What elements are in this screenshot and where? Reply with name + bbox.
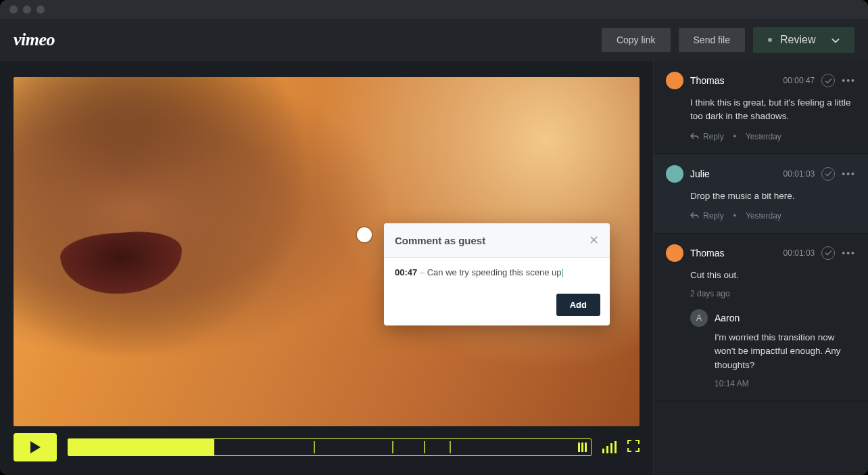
comments-sidebar: Thomas 00:00:47 ••• I think this is grea… (653, 61, 868, 475)
popup-title: Comment as guest (395, 235, 589, 246)
avatar (666, 72, 683, 89)
close-icon[interactable]: ✕ (589, 233, 599, 248)
add-comment-button[interactable]: Add (556, 294, 600, 316)
comment-age: Yesterday (746, 211, 781, 221)
comment-author: Thomas (690, 248, 777, 258)
comment-text: I'm worried this transition now won't be… (715, 331, 856, 372)
timeline-marker[interactable] (314, 441, 315, 453)
send-file-button[interactable]: Send file (679, 28, 745, 52)
timeline-marker[interactable] (392, 441, 393, 453)
comment-author: Julie (690, 168, 777, 179)
timeline-progress (68, 439, 214, 455)
more-icon[interactable]: ••• (842, 75, 856, 86)
comment-draft-text: Can we try speeding this scene up (427, 267, 562, 277)
comment-timestamp: 00:01:03 (783, 169, 815, 179)
resolve-check-icon[interactable] (821, 246, 835, 260)
review-status-label: Review (780, 34, 822, 46)
comment-item[interactable]: Thomas 00:00:47 ••• I think this is grea… (654, 61, 868, 154)
comment-input[interactable]: 00:47 – Can we try speeding this scene u… (395, 267, 599, 277)
play-button[interactable] (14, 433, 57, 461)
video-decor (14, 77, 389, 357)
comment-as-guest-popup: Comment as guest ✕ 00:47 – Can we try sp… (384, 223, 610, 325)
resolve-check-icon[interactable] (821, 167, 835, 181)
timeline-end-icon (578, 443, 587, 452)
resolve-check-icon[interactable] (821, 74, 835, 87)
close-window-icon[interactable] (9, 5, 18, 14)
mac-titlebar (0, 0, 868, 19)
maximize-window-icon[interactable] (37, 5, 45, 14)
chevron-down-icon (831, 34, 840, 46)
comment-text: I think this is great, but it's feeling … (690, 96, 856, 124)
comment-author: Aaron (715, 313, 856, 323)
comment-age: 2 days ago (690, 289, 856, 298)
avatar (666, 244, 683, 262)
comment-text: Cut this out. (690, 269, 856, 282)
video-stage: Comment as guest ✕ 00:47 – Can we try sp… (0, 61, 653, 475)
comment-age: 10:14 AM (715, 379, 856, 388)
review-status-select[interactable]: Review (753, 27, 854, 53)
timeline-marker[interactable] (450, 441, 451, 453)
annotation-marker[interactable] (357, 227, 372, 242)
comment-item[interactable]: Thomas 00:01:03 ••• Cut this out. 2 days… (654, 233, 868, 401)
player-controls (14, 433, 640, 461)
comment-author: Thomas (690, 75, 777, 86)
comment-item[interactable]: Julie 00:01:03 ••• Drop the music a bit … (654, 154, 868, 233)
video-frame[interactable]: Comment as guest ✕ 00:47 – Can we try sp… (14, 77, 640, 426)
comment-timestamp: 00:47 (395, 267, 417, 277)
vimeo-logo: vimeo (14, 30, 55, 50)
minimize-window-icon[interactable] (23, 5, 31, 14)
fullscreen-icon[interactable] (627, 440, 640, 455)
app-window: vimeo Copy link Send file Review Comment… (0, 0, 868, 475)
main-content: Comment as guest ✕ 00:47 – Can we try sp… (0, 61, 868, 475)
copy-link-button[interactable]: Copy link (602, 28, 671, 52)
comment-timestamp: 00:00:47 (783, 76, 815, 85)
reply-button[interactable]: Reply (690, 132, 724, 141)
app-header: vimeo Copy link Send file Review (0, 19, 868, 61)
reply-button[interactable]: Reply (690, 211, 724, 221)
timeline-scrubber[interactable] (68, 438, 592, 456)
comment-age: Yesterday (746, 132, 781, 141)
more-icon[interactable]: ••• (842, 248, 856, 258)
avatar: A (690, 309, 708, 327)
comment-text: Drop the music a bit here. (690, 189, 856, 203)
nested-reply: A Aaron I'm worried this transition now … (690, 309, 856, 388)
comment-timestamp: 00:01:03 (783, 248, 815, 258)
more-icon[interactable]: ••• (842, 168, 856, 179)
status-dot-icon (768, 38, 772, 42)
volume-control[interactable] (602, 441, 617, 453)
avatar (666, 165, 683, 183)
timeline-marker[interactable] (424, 441, 425, 453)
